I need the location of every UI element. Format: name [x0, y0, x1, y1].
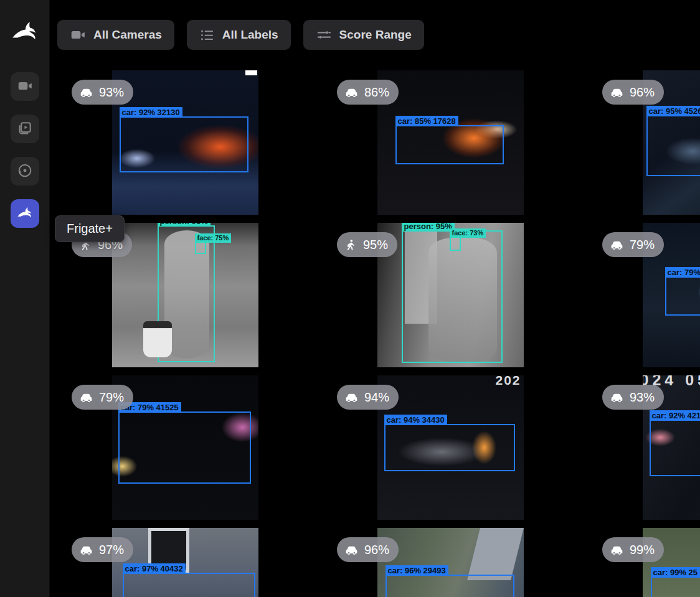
car-icon — [79, 543, 93, 557]
record-disc-icon — [17, 162, 33, 181]
all-labels-filter-button[interactable]: All Labels — [187, 20, 291, 50]
detection-bbox: car: 97% 40432 — [123, 573, 255, 597]
main-content: All Cameras All Labels Score Range — [50, 0, 700, 597]
snapshot-tile[interactable]: 93% car: 92% 32130 — [52, 68, 318, 221]
detection-label: car: 99% 25 — [651, 567, 700, 578]
detection-label: car: 92% 32130 — [120, 107, 182, 118]
detection-bbox: car: 92% 4216 — [650, 420, 700, 476]
car-icon — [610, 543, 624, 557]
timestamp-overlay: 202 — [495, 375, 521, 388]
frigate-app: All Cameras All Labels Score Range — [0, 0, 700, 597]
face-label: face: 75% — [195, 233, 232, 243]
score-text: 97% — [99, 543, 124, 557]
score-text: 94% — [364, 390, 389, 405]
frigate-bird-icon — [16, 204, 34, 223]
face-bbox: face: 75% — [195, 242, 206, 254]
detection-label: car: 79% — [665, 267, 700, 278]
score-range-filter-button[interactable]: Score Range — [303, 20, 424, 50]
detection-label: car: 85% 17628 — [395, 116, 458, 126]
score-badge: 99% — [602, 537, 664, 562]
detection-label: person: 96% — [158, 223, 210, 227]
detection-label: person: 95% — [402, 223, 455, 232]
car-icon — [610, 238, 624, 252]
sidebar-nav — [11, 72, 39, 228]
car-icon — [344, 390, 359, 405]
sidebar-item-export[interactable] — [11, 157, 39, 186]
detection-label: car: 95% 45260 — [646, 106, 700, 116]
snapshot-image: 202 car: 94% 34430 — [377, 375, 524, 520]
score-badge: 97% — [72, 537, 133, 562]
detection-bbox: car: 95% 45260 — [646, 115, 700, 176]
detection-bbox: car: 96% 29493 — [385, 575, 514, 597]
score-badge: 94% — [337, 385, 399, 410]
sidebar-item-live[interactable] — [11, 72, 39, 101]
frigate-plus-tooltip: Frigate+ — [55, 215, 125, 242]
score-text: 86% — [364, 85, 389, 100]
filter-bar: All Cameras All Labels Score Range — [50, 0, 700, 50]
score-text: 79% — [630, 238, 655, 252]
snapshot-image: car: 92% 32130 — [112, 70, 258, 215]
filter-label: Score Range — [339, 28, 412, 42]
score-badge: 95% — [337, 232, 397, 257]
filter-label: All Cameras — [93, 28, 162, 42]
snapshot-tile[interactable]: 79% car: 79% — [583, 221, 700, 374]
snapshot-image: car: 96% 29493 — [377, 528, 524, 597]
snapshot-image: car: 97% 40432 — [112, 528, 258, 597]
detection-label: car: 92% 4216 — [650, 410, 700, 421]
filter-label: All Labels — [222, 28, 278, 42]
snapshot-tile[interactable]: 93% 024 05 0 car: 92% 4216 — [583, 374, 700, 526]
detection-bbox: car: 94% 34430 — [384, 424, 515, 471]
list-icon — [199, 27, 215, 43]
all-cameras-filter-button[interactable]: All Cameras — [57, 20, 174, 50]
frigate-logo-icon[interactable] — [7, 15, 42, 47]
car-icon — [610, 390, 624, 405]
score-badge: 86% — [337, 80, 399, 105]
car-icon — [610, 85, 624, 100]
score-text: 93% — [630, 390, 655, 405]
detection-bbox: car: 79% 41525 — [118, 411, 251, 484]
camera-icon — [17, 78, 33, 96]
snapshot-tile[interactable]: 79% car: 79% 41525 — [52, 374, 318, 526]
face-label: face: 73% — [450, 228, 486, 238]
snapshot-tile[interactable]: 94% 202 car: 94% 34430 — [318, 374, 583, 526]
sidebar-item-review[interactable] — [11, 115, 39, 143]
detection-bbox: car: 79% — [665, 276, 700, 316]
score-badge: 96% — [337, 537, 399, 562]
score-text: 95% — [363, 238, 388, 252]
snapshot-image: car: 79% 41525 — [112, 375, 258, 520]
score-badge: 93% — [602, 385, 664, 410]
person-icon — [344, 238, 357, 251]
snapshot-tile[interactable]: 96% car: 96% 29493 — [318, 526, 583, 597]
car-icon — [344, 85, 359, 100]
snapshot-image: car: 85% 17628 — [377, 70, 524, 215]
snapshot-tile[interactable]: 96% car: 95% 45260 — [583, 68, 700, 221]
snapshot-tile[interactable]: 86% car: 85% 17628 — [318, 68, 583, 221]
score-badge: 93% — [72, 80, 133, 105]
scene-highlight — [245, 70, 257, 75]
snapshot-image: person: 96% face: 75% — [112, 223, 258, 367]
score-text: 96% — [364, 543, 389, 557]
sidebar — [0, 0, 50, 597]
detection-label: car: 94% 34430 — [384, 415, 447, 425]
detection-label: car: 96% 29493 — [385, 565, 448, 576]
score-text: 99% — [630, 543, 655, 557]
detection-bbox: car: 92% 32130 — [120, 116, 248, 172]
snapshot-grid: 93% car: 92% 32130 86% — [50, 68, 700, 597]
detection-bbox: car: 85% 17628 — [395, 125, 504, 164]
snapshot-tile[interactable]: 96% person: 96% face: 75% — [52, 221, 318, 374]
score-text: 96% — [630, 85, 655, 100]
review-icon — [17, 120, 33, 138]
face-bbox: face: 73% — [450, 237, 461, 251]
detection-bbox: car: 99% 25 — [651, 576, 700, 597]
snapshot-tile[interactable]: 95% person: 95% face: 73% — [318, 221, 583, 374]
snapshot-image: person: 95% face: 73% — [377, 223, 524, 367]
car-icon — [79, 390, 93, 405]
snapshot-tile[interactable]: 97% car: 97% 40432 — [52, 526, 318, 597]
camera-icon — [70, 27, 86, 43]
score-text: 79% — [99, 390, 124, 405]
score-badge: 96% — [602, 80, 664, 105]
sidebar-item-frigate-plus[interactable] — [11, 199, 39, 228]
snapshot-tile[interactable]: 99% car: 99% 25 — [583, 526, 700, 597]
score-badge: 79% — [72, 385, 133, 410]
car-icon — [344, 543, 359, 557]
